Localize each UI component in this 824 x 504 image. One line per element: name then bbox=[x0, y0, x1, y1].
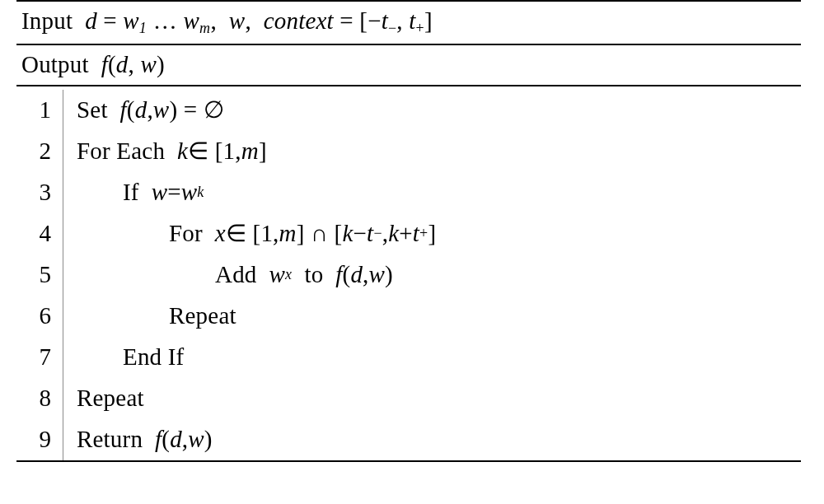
line-number: 4 bbox=[16, 213, 51, 254]
line-number: 6 bbox=[16, 296, 51, 337]
input-label: Input bbox=[21, 7, 73, 34]
input-expr: d = w1 … wm, w, context = [−t−, t+] bbox=[79, 7, 433, 34]
code-line: Repeat bbox=[77, 378, 801, 419]
code-line: For Each k ∈ [1, m] bbox=[77, 131, 801, 172]
code-line: Add wx to f(d, w) bbox=[77, 254, 801, 296]
algorithm-block: Input d = w1 … wm, w, context = [−t−, t+… bbox=[0, 0, 824, 462]
code-column: Set f(d, w) = ∅For Each k ∈ [1, m]If w =… bbox=[63, 90, 801, 460]
line-number: 8 bbox=[16, 378, 51, 419]
code-line: For x ∈ [1, m] ∩ [k − t−, k + t+] bbox=[77, 213, 801, 254]
line-number: 2 bbox=[16, 131, 51, 172]
code-line: Return f(d, w) bbox=[77, 419, 801, 460]
line-number-gutter: 123456789 bbox=[16, 90, 63, 460]
output-line: Output f(d, w) bbox=[16, 45, 801, 85]
line-number: 9 bbox=[16, 419, 51, 460]
code-line: If w = wk bbox=[77, 172, 801, 213]
rule-bottom bbox=[16, 460, 801, 462]
input-line: Input d = w1 … wm, w, context = [−t−, t+… bbox=[16, 2, 801, 44]
output-expr: f(d, w) bbox=[95, 51, 165, 77]
code-line: Set f(d, w) = ∅ bbox=[77, 90, 801, 131]
code-line: Repeat bbox=[77, 296, 801, 337]
code-line: End If bbox=[77, 337, 801, 378]
algorithm-body: 123456789 Set f(d, w) = ∅For Each k ∈ [1… bbox=[16, 86, 801, 460]
output-label: Output bbox=[21, 51, 89, 77]
line-number: 3 bbox=[16, 172, 51, 213]
line-number: 1 bbox=[16, 90, 51, 131]
line-number: 7 bbox=[16, 337, 51, 378]
line-number: 5 bbox=[16, 254, 51, 296]
